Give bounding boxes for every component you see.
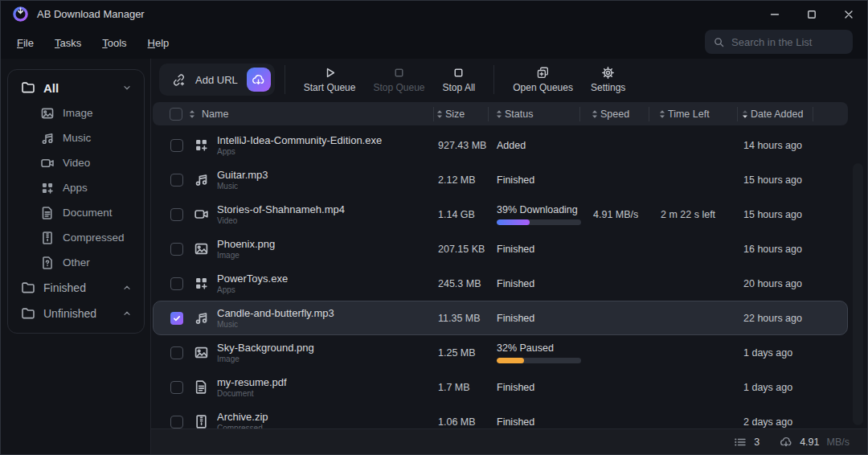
app-window: AB Download Manager File Tasks Tools Hel…: [0, 0, 868, 455]
search-box[interactable]: [705, 30, 853, 54]
file-size: 1.25 MB: [435, 347, 489, 359]
main-panel: Add URL Start Queue Stop Queue Stop All: [151, 59, 867, 454]
download-row[interactable]: PowerToys.exeApps 245.3 MB Finished 20 h…: [153, 266, 848, 301]
sidebar-item-document[interactable]: Document: [8, 200, 144, 225]
download-list: IntelliJ-Idea-Community-Edition.exeApps …: [153, 128, 848, 428]
maximize-button[interactable]: [793, 1, 830, 27]
column-time-left[interactable]: Time Left: [668, 109, 710, 120]
file-name: my-resume.pdf: [217, 376, 287, 388]
select-all-checkbox[interactable]: [170, 108, 182, 121]
open-queues-button[interactable]: Open Queues: [504, 66, 582, 93]
download-row[interactable]: IntelliJ-Idea-Community-Edition.exeApps …: [153, 128, 848, 162]
file-size: 927.43 MB: [435, 140, 489, 151]
sort-icon: [188, 109, 196, 119]
status-text: Finished: [497, 416, 534, 428]
title-bar: AB Download Manager: [1, 1, 867, 27]
sidebar-item-music[interactable]: Music: [8, 125, 144, 150]
column-size[interactable]: Size: [445, 109, 465, 120]
time-left: 2 m 22 s left: [650, 209, 739, 220]
add-url-button[interactable]: Add URL: [159, 64, 275, 96]
file-name: Archive.zip: [217, 411, 268, 423]
sidebar-item-all[interactable]: All: [8, 75, 144, 100]
add-url-label: Add URL: [195, 74, 238, 86]
toolbar-separator: [493, 65, 494, 94]
row-checkbox-checked[interactable]: [170, 312, 183, 325]
sidebar-item-finished[interactable]: Finished: [8, 275, 144, 301]
download-row[interactable]: Guitar.mp3Music 2.12 MB Finished 15 hour…: [153, 162, 848, 197]
app-title: AB Download Manager: [37, 8, 145, 20]
stop-queue-button[interactable]: Stop Queue: [364, 66, 433, 93]
stop-icon: [392, 66, 406, 80]
sidebar-item-compressed[interactable]: Compressed: [8, 225, 144, 250]
download-row[interactable]: Sky-Background.pngImage 1.25 MB 32% Paus…: [153, 335, 848, 370]
row-checkbox[interactable]: [170, 243, 183, 256]
toolbar-separator: [285, 65, 285, 94]
cloud-download-button[interactable]: [247, 68, 271, 92]
row-checkbox[interactable]: [170, 208, 183, 221]
download-row[interactable]: Archive.zipCompressed 1.06 MB Finished 2…: [153, 404, 848, 428]
file-name: PowerToys.exe: [217, 273, 288, 285]
stop-all-button[interactable]: Stop All: [434, 66, 485, 93]
menu-bar: File Tasks Tools Help: [1, 27, 867, 59]
row-checkbox[interactable]: [170, 139, 183, 152]
column-date-added[interactable]: Date Added: [751, 109, 803, 120]
status-bar: 3 4.91 MB/s: [151, 428, 867, 454]
file-name: Guitar.mp3: [217, 169, 268, 181]
file-size: 1.7 MB: [435, 382, 489, 393]
scrollbar[interactable]: [853, 163, 863, 425]
status-text: Finished: [497, 382, 534, 393]
video-icon: [194, 207, 209, 222]
minimize-button[interactable]: [756, 1, 793, 27]
file-category: Apps: [217, 285, 288, 294]
progress-bar: [497, 219, 581, 225]
file-size: 1.14 GB: [435, 209, 489, 220]
sidebar-item-other[interactable]: Other: [8, 250, 144, 275]
image-icon: [194, 345, 209, 360]
speed: 4.91 MB/s: [581, 209, 650, 220]
column-status[interactable]: Status: [505, 109, 533, 120]
column-name[interactable]: Name: [202, 109, 228, 120]
video-icon: [40, 156, 55, 170]
zip-icon: [194, 414, 209, 428]
global-speed: 4.91: [800, 437, 819, 448]
date-added: 2 days ago: [739, 416, 814, 428]
file-name: Stories-of-Shahnameh.mp4: [217, 203, 345, 215]
settings-button[interactable]: Settings: [582, 66, 634, 93]
file-size: 11.35 MB: [435, 313, 489, 324]
row-checkbox[interactable]: [170, 174, 183, 187]
menu-tasks[interactable]: Tasks: [55, 37, 81, 49]
row-checkbox[interactable]: [170, 277, 183, 290]
column-speed[interactable]: Speed: [600, 109, 629, 120]
download-row[interactable]: Phoenix.pngImage 207.15 KB Finished 16 h…: [153, 232, 848, 266]
download-row[interactable]: Stories-of-Shahnameh.mp4Video 1.14 GB 39…: [153, 197, 848, 232]
file-category: Image: [217, 355, 314, 363]
search-input[interactable]: [731, 36, 845, 48]
download-row[interactable]: my-resume.pdfDocument 1.7 MB Finished 1 …: [153, 370, 848, 404]
menu-file[interactable]: File: [17, 37, 34, 49]
category-nav: All Image Music Video Apps: [7, 69, 145, 334]
menu-tools[interactable]: Tools: [102, 37, 126, 49]
sidebar-item-apps[interactable]: Apps: [8, 175, 144, 200]
close-button[interactable]: [830, 1, 867, 27]
menu-help[interactable]: Help: [148, 37, 170, 49]
file-size: 245.3 MB: [435, 278, 489, 289]
file-name: Phoenix.png: [217, 238, 275, 250]
start-queue-button[interactable]: Start Queue: [295, 66, 365, 93]
image-icon: [194, 241, 209, 256]
row-checkbox[interactable]: [170, 381, 183, 394]
row-checkbox[interactable]: [170, 346, 183, 359]
status-text: Finished: [497, 174, 534, 186]
file-size: 2.12 MB: [435, 174, 489, 186]
sidebar-item-video[interactable]: Video: [8, 150, 144, 175]
sidebar-item-image[interactable]: Image: [8, 100, 144, 125]
progress-bar: [497, 358, 581, 363]
folder-icon: [21, 281, 35, 295]
sort-icon: [495, 109, 503, 119]
sidebar-item-unfinished[interactable]: Unfinished: [8, 301, 144, 326]
progress-fill: [497, 358, 524, 363]
chevron-down-icon: [121, 82, 133, 93]
download-row-selected[interactable]: Candle-and-butterfly.mp3Music 11.35 MB F…: [153, 301, 848, 335]
file-name: Sky-Background.png: [217, 342, 314, 354]
row-checkbox[interactable]: [170, 416, 183, 428]
status-text: Finished: [497, 313, 534, 324]
